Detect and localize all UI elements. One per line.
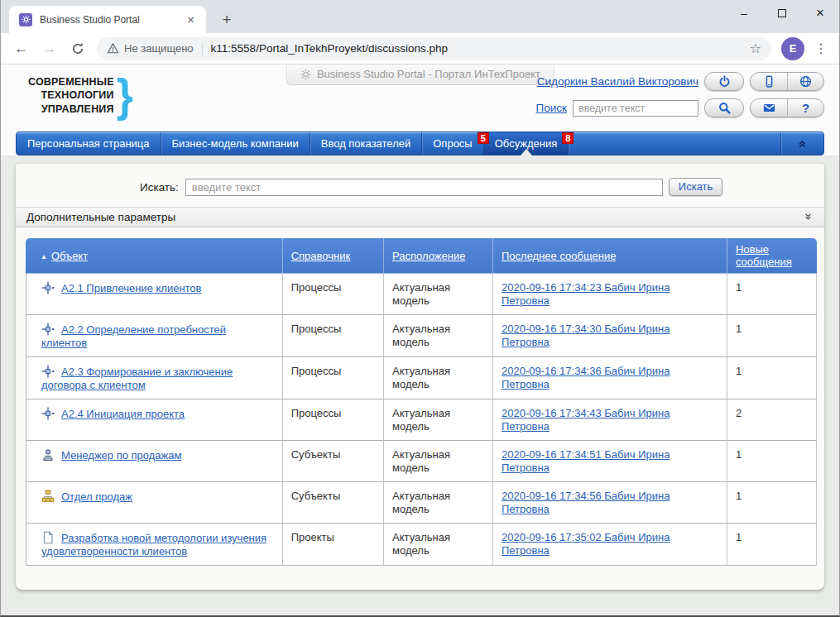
nav-item-label: Опросы (433, 137, 472, 150)
table-row: Разработка новой методологии изучения уд… (26, 524, 817, 566)
device-buttons (750, 72, 824, 91)
logo-text: СОВРЕМЕННЫЕТЕХНОЛОГИИУПРАВЛЕНИЯ (28, 75, 114, 116)
logout-button[interactable] (704, 72, 744, 91)
column-header: Новые сообщения (727, 238, 817, 273)
column-header-link[interactable]: Расположение (392, 250, 465, 262)
last-message-link[interactable]: 2020-09-16 17:34:23 Бабич Ирина Петровна (502, 281, 670, 307)
last-message-link[interactable]: 2020-09-16 17:34:51 Бабич Ирина Петровна (502, 448, 670, 474)
discussion-search-input[interactable] (185, 179, 663, 196)
portal-title: Business Studio Portal - Портал ИнТехПро… (317, 68, 540, 80)
window-controls: – × (725, 0, 839, 26)
last-message-link[interactable]: 2020-09-16 17:34:43 Бабич Ирина Петровна (502, 407, 670, 433)
tab-title: Business Studio Portal (40, 14, 184, 26)
object-link[interactable]: Менеджер по продажам (61, 449, 181, 462)
last-message-link[interactable]: 2020-09-16 17:35:02 Бабич Ирина Петровна (502, 531, 670, 557)
object-link[interactable]: А2.4 Инициация проекта (61, 408, 185, 420)
object-link[interactable]: А2.2 Определение потребностей клиентов (41, 323, 226, 349)
power-icon (718, 75, 731, 88)
unread-count-badge: 8 (562, 132, 574, 144)
security-chip-label: Не защищено (124, 42, 194, 55)
new-messages-cell: 2 (727, 399, 817, 441)
nav-collapse-button[interactable] (780, 132, 823, 155)
directory-cell: Процессы (283, 399, 384, 441)
minimize-button[interactable]: – (725, 0, 763, 26)
browser-toolbar: ← → Не защищено k11:5558/Portal_InTekhPr… (1, 33, 839, 65)
envelope-icon (763, 102, 775, 114)
object-link[interactable]: А2.1 Привлечение клиентов (61, 282, 202, 294)
location-cell: Актуальная модель (384, 524, 493, 566)
warning-icon (107, 42, 119, 55)
column-header-link[interactable]: Последнее сообщение (502, 250, 616, 262)
search-submit-button[interactable]: Искать (669, 178, 723, 196)
header-search-button[interactable] (704, 98, 744, 117)
main-navigation: Персональная страницаБизнес-модель компа… (16, 132, 824, 155)
nav-item-label: Персональная страница (27, 137, 150, 150)
table-header-row: ▲ОбъектСправочникРасположениеПоследнее с… (26, 238, 817, 273)
phone-icon (763, 75, 775, 88)
omnibox-divider (202, 42, 203, 55)
table-row: А2.3 Формирование и заключение договора … (26, 357, 817, 399)
page-body: Искать: Искать Дополнительные параметры … (1, 155, 839, 615)
messages-button[interactable] (751, 99, 787, 117)
help-button[interactable]: ? (787, 99, 823, 117)
object-link[interactable]: Отдел продаж (61, 490, 132, 503)
location-cell: Актуальная модель (384, 315, 493, 357)
nav-item-label: Обсуждения (495, 137, 558, 150)
i-process (41, 365, 55, 378)
security-chip[interactable]: Не защищено (107, 42, 194, 55)
search-link[interactable]: Поиск (536, 102, 567, 114)
new-messages-cell: 1 (727, 524, 817, 566)
column-header-link[interactable]: Объект (51, 250, 88, 262)
nav-item[interactable]: Ввод показателей (310, 132, 423, 155)
column-header: ▲Объект (26, 238, 283, 273)
browser-menu-icon[interactable]: ⋮ (809, 41, 833, 56)
user-name-link[interactable]: Сидоркин Василий Викторович (537, 75, 698, 88)
nav-item[interactable]: Обсуждения8 (484, 132, 569, 155)
mobile-version-button[interactable] (751, 73, 787, 90)
column-header-link[interactable]: Справочник (291, 250, 351, 262)
browser-tab[interactable]: Business Studio Portal × (9, 6, 206, 33)
object-cell: А2.3 Формирование и заключение договора … (26, 357, 283, 399)
last-message-link[interactable]: 2020-09-16 17:34:56 Бабич Ирина Петровна (502, 490, 670, 515)
reload-button[interactable] (66, 37, 89, 60)
location-cell: Актуальная модель (384, 482, 493, 524)
object-cell: А2.4 Инициация проекта (26, 399, 283, 441)
additional-params-bar[interactable]: Дополнительные параметры (16, 207, 824, 227)
logo-brace: } (117, 76, 133, 116)
last-message-cell: 2020-09-16 17:34:36 Бабич Ирина Петровна (493, 357, 727, 399)
browser-window: Business Studio Portal × + – × ← → Не за… (0, 0, 840, 617)
company-logo: СОВРЕМЕННЫЕТЕХНОЛОГИИУПРАВЛЕНИЯ } (28, 75, 133, 116)
unread-count-badge: 5 (478, 132, 489, 144)
object-cell: Отдел продаж (26, 482, 283, 524)
url-text[interactable]: k11:5558/Portal_InTekhProyekt/discussion… (211, 42, 748, 55)
back-button[interactable]: ← (10, 37, 33, 60)
bookmark-star-icon[interactable]: ☆ (748, 41, 763, 56)
gear-icon (300, 69, 311, 80)
object-link[interactable]: Разработка новой методологии изучения уд… (41, 532, 266, 557)
i-process (41, 407, 55, 420)
header-search-input[interactable] (573, 100, 698, 117)
directory-cell: Процессы (283, 273, 384, 315)
column-header: Справочник (283, 238, 384, 273)
address-bar[interactable]: Не защищено k11:5558/Portal_InTekhProyek… (97, 37, 771, 60)
object-cell: Менеджер по продажам (26, 441, 283, 482)
directory-cell: Процессы (283, 357, 384, 399)
column-header-link[interactable]: Новые сообщения (736, 243, 792, 268)
last-message-cell: 2020-09-16 17:34:30 Бабич Ирина Петровна (493, 315, 727, 357)
last-message-link[interactable]: 2020-09-16 17:34:30 Бабич Ирина Петровна (502, 323, 670, 348)
new-tab-button[interactable]: + (216, 9, 238, 31)
search-label: Искать: (140, 181, 179, 194)
table-body: А2.1 Привлечение клиентов Процессы Актуа… (26, 273, 817, 566)
nav-item[interactable]: Опросы5 (422, 132, 483, 155)
nav-item[interactable]: Персональная страница (17, 132, 161, 155)
object-link[interactable]: А2.3 Формирование и заключение договора … (41, 366, 233, 391)
profile-avatar[interactable]: E (781, 37, 804, 60)
nav-item[interactable]: Бизнес-модель компании (161, 132, 310, 155)
last-message-link[interactable]: 2020-09-16 17:34:36 Бабич Ирина Петровна (502, 365, 670, 390)
maximize-button[interactable] (763, 0, 801, 26)
params-expand-button[interactable] (803, 212, 814, 222)
language-button[interactable] (787, 73, 823, 90)
tab-close-icon[interactable]: × (184, 12, 198, 26)
user-area: Сидоркин Василий Викторович Поиск ? (536, 72, 824, 117)
close-button[interactable]: × (801, 0, 839, 26)
